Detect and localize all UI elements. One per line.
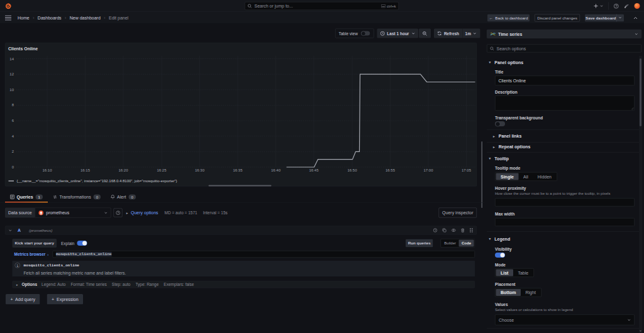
svg-text:16:15: 16:15 [80, 168, 91, 172]
svg-text:{__name__="mosquitto_clients_o: {__name__="mosquitto_clients_online", in… [17, 179, 177, 183]
svg-text:12: 12 [9, 72, 14, 76]
svg-text:17:05: 17:05 [462, 168, 472, 172]
svg-text:16:25: 16:25 [157, 168, 167, 172]
svg-text:16:50: 16:50 [347, 168, 357, 172]
svg-text:14: 14 [9, 57, 14, 61]
svg-text:8: 8 [12, 103, 14, 107]
svg-text:0: 0 [12, 165, 14, 169]
svg-text:17:00: 17:00 [423, 168, 433, 172]
svg-text:4: 4 [12, 134, 14, 138]
svg-text:2: 2 [12, 150, 14, 153]
svg-text:16:30: 16:30 [195, 168, 205, 172]
svg-text:16:35: 16:35 [233, 168, 243, 172]
svg-text:6: 6 [12, 119, 14, 123]
svg-text:16:55: 16:55 [386, 168, 396, 172]
svg-text:10: 10 [9, 88, 14, 92]
svg-text:16:40: 16:40 [271, 168, 281, 172]
svg-text:16:45: 16:45 [309, 168, 319, 172]
svg-text:16:10: 16:10 [42, 168, 52, 172]
svg-text:16:20: 16:20 [118, 168, 128, 172]
